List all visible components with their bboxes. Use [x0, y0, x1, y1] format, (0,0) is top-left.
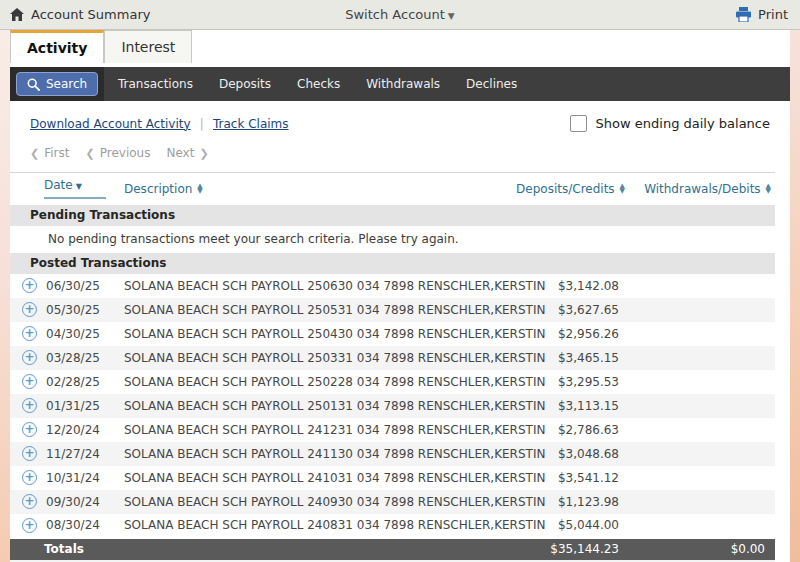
pending-empty-message: No pending transactions meet your search…: [10, 226, 775, 253]
withdrawals-column-header[interactable]: Withdrawals/Debits▲▼: [629, 173, 775, 205]
filter-toolbar: Search Transactions Deposits Checks With…: [10, 67, 790, 101]
transaction-date: 03/28/25: [44, 346, 124, 370]
transaction-withdrawal: [629, 442, 775, 466]
transaction-date: 02/28/25: [44, 370, 124, 394]
totals-row: Totals $35,144.23 $0.00: [10, 538, 775, 560]
table-row: + 12/20/24 SOLANA BEACH SCH PAYROLL 2412…: [10, 418, 775, 442]
transaction-withdrawal: [629, 466, 775, 490]
transaction-withdrawal: [629, 322, 775, 346]
page-title: Account Summary: [31, 7, 150, 22]
show-balance-label: Show ending daily balance: [596, 116, 770, 131]
transaction-withdrawal: [629, 490, 775, 514]
pagination-first[interactable]: ❮First: [30, 146, 69, 160]
printer-icon: [735, 7, 752, 22]
transaction-description: SOLANA BEACH SCH PAYROLL 240930 034 7898…: [124, 490, 474, 514]
home-icon[interactable]: [10, 8, 24, 21]
toolbar-item-deposits[interactable]: Deposits: [219, 77, 271, 91]
transaction-description: SOLANA BEACH SCH PAYROLL 250630 034 7898…: [124, 274, 474, 298]
transaction-date: 01/31/25: [44, 394, 124, 418]
tab-interest[interactable]: Interest: [104, 30, 192, 63]
download-account-activity-link[interactable]: Download Account Activity: [30, 117, 191, 131]
table-row: + 08/30/24 SOLANA BEACH SCH PAYROLL 2408…: [10, 514, 775, 538]
expand-row-icon[interactable]: +: [22, 302, 37, 317]
table-header-row: Date▼ Description▲▼ Deposits/Credits▲▼ W…: [10, 173, 775, 205]
toolbar-item-checks[interactable]: Checks: [297, 77, 340, 91]
pagination-next[interactable]: Next❯: [166, 146, 208, 160]
pagination-previous[interactable]: ❮Previous: [85, 146, 150, 160]
transaction-date: 10/31/24: [44, 466, 124, 490]
table-row: + 10/31/24 SOLANA BEACH SCH PAYROLL 2410…: [10, 466, 775, 490]
pending-transactions-header: Pending Transactions: [10, 205, 775, 226]
app-bar: Account Summary Switch Account▼ Print: [0, 0, 800, 30]
deposits-column-header[interactable]: Deposits/Credits▲▼: [474, 173, 629, 205]
table-row: + 11/27/24 SOLANA BEACH SCH PAYROLL 2411…: [10, 442, 775, 466]
expand-row-icon[interactable]: +: [22, 422, 37, 437]
expand-row-icon[interactable]: +: [22, 374, 37, 389]
transaction-date: 09/30/24: [44, 490, 124, 514]
search-icon: [27, 78, 40, 91]
sort-desc-icon: ▼: [76, 182, 82, 191]
chevron-left-icon: ❮: [30, 147, 39, 160]
search-section: Search: [10, 67, 104, 101]
account-activity-panel: Activity Interest Search Transactions De…: [10, 30, 790, 562]
toolbar-item-declines[interactable]: Declines: [466, 77, 517, 91]
transaction-date: 04/30/25: [44, 322, 124, 346]
toolbar-item-transactions[interactable]: Transactions: [118, 77, 193, 91]
chevron-left-icon: ❮: [85, 147, 94, 160]
links-row: Download Account Activity | Track Claims…: [10, 101, 790, 132]
transaction-withdrawal: [629, 274, 775, 298]
totals-label: Totals: [44, 538, 124, 560]
expand-row-icon[interactable]: +: [22, 518, 37, 533]
print-button[interactable]: Print: [735, 7, 788, 22]
transaction-description: SOLANA BEACH SCH PAYROLL 250228 034 7898…: [124, 370, 474, 394]
transaction-withdrawal: [629, 514, 775, 538]
search-button[interactable]: Search: [16, 72, 98, 96]
transaction-withdrawal: [629, 346, 775, 370]
transaction-description: SOLANA BEACH SCH PAYROLL 240831 034 7898…: [124, 514, 474, 538]
transaction-withdrawal: [629, 394, 775, 418]
expand-row-icon[interactable]: +: [22, 470, 37, 485]
pagination: ❮First ❮Previous Next❯: [10, 132, 790, 160]
link-separator: |: [200, 116, 204, 131]
description-column-header[interactable]: Description▲▼: [124, 173, 474, 205]
transaction-withdrawal: [629, 370, 775, 394]
totals-deposits: $35,144.23: [474, 538, 629, 560]
tab-bar: Activity Interest: [10, 30, 790, 63]
sort-both-icon: ▲▼: [197, 184, 202, 194]
table-row: + 05/30/25 SOLANA BEACH SCH PAYROLL 2505…: [10, 298, 775, 322]
transaction-date: 06/30/25: [44, 274, 124, 298]
chevron-right-icon: ❯: [199, 147, 208, 160]
track-claims-link[interactable]: Track Claims: [213, 117, 289, 131]
show-balance-checkbox[interactable]: [570, 115, 587, 132]
transaction-date: 12/20/24: [44, 418, 124, 442]
transaction-description: SOLANA BEACH SCH PAYROLL 250430 034 7898…: [124, 322, 474, 346]
totals-withdrawals: $0.00: [629, 538, 775, 560]
table-row: + 06/30/25 SOLANA BEACH SCH PAYROLL 2506…: [10, 274, 775, 298]
switch-account-button[interactable]: Switch Account▼: [335, 7, 465, 22]
table-row: + 01/31/25 SOLANA BEACH SCH PAYROLL 2501…: [10, 394, 775, 418]
transaction-description: SOLANA BEACH SCH PAYROLL 250531 034 7898…: [124, 298, 474, 322]
sort-both-icon: ▲▼: [766, 184, 771, 194]
table-row: + 09/30/24 SOLANA BEACH SCH PAYROLL 2409…: [10, 490, 775, 514]
tab-activity[interactable]: Activity: [10, 30, 104, 63]
toolbar-item-withdrawals[interactable]: Withdrawals: [366, 77, 440, 91]
transaction-date: 05/30/25: [44, 298, 124, 322]
chevron-down-icon: ▼: [448, 11, 455, 21]
sort-both-icon: ▲▼: [620, 184, 625, 194]
transaction-description: SOLANA BEACH SCH PAYROLL 241231 034 7898…: [124, 418, 474, 442]
transaction-date: 08/30/24: [44, 514, 124, 538]
table-row: + 03/28/25 SOLANA BEACH SCH PAYROLL 2503…: [10, 346, 775, 370]
expand-row-icon[interactable]: +: [22, 446, 37, 461]
expand-row-icon[interactable]: +: [22, 398, 37, 413]
table-row: + 04/30/25 SOLANA BEACH SCH PAYROLL 2504…: [10, 322, 775, 346]
expand-row-icon[interactable]: +: [22, 326, 37, 341]
posted-transactions-header: Posted Transactions: [10, 253, 775, 274]
transaction-description: SOLANA BEACH SCH PAYROLL 250331 034 7898…: [124, 346, 474, 370]
transaction-withdrawal: [629, 418, 775, 442]
expand-row-icon[interactable]: +: [22, 350, 37, 365]
transaction-withdrawal: [629, 298, 775, 322]
date-column-header[interactable]: Date▼: [44, 173, 124, 205]
expand-row-icon[interactable]: +: [22, 494, 37, 509]
expand-row-icon[interactable]: +: [22, 278, 37, 293]
transaction-description: SOLANA BEACH SCH PAYROLL 241031 034 7898…: [124, 466, 474, 490]
